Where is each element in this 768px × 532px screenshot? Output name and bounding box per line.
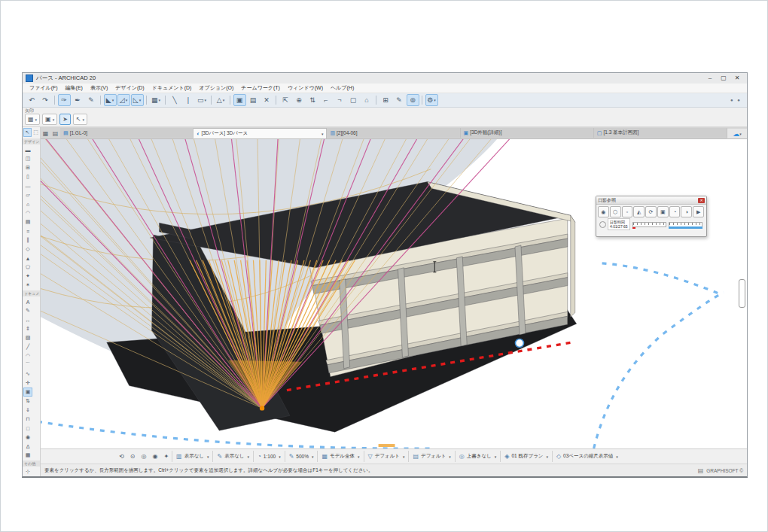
roof[interactable]: ⌂ bbox=[23, 199, 32, 208]
zoom-level[interactable]: ✎500%▾ bbox=[285, 451, 318, 462]
slab-tool[interactable]: ◿▾ bbox=[117, 94, 130, 106]
annotate[interactable]: ✎ bbox=[393, 94, 406, 106]
teamwork-cloud-button[interactable]: ☁ ▾ bbox=[727, 129, 747, 138]
selection-handle[interactable] bbox=[515, 339, 523, 348]
pen-display[interactable]: ✎表示なし▾ bbox=[212, 451, 253, 462]
shell[interactable]: ◠ bbox=[23, 208, 32, 217]
marquee-tool[interactable]: ⬚ bbox=[32, 128, 40, 137]
arc[interactable]: ◠ bbox=[23, 351, 32, 360]
date-slider[interactable] bbox=[632, 220, 666, 229]
selection-mode[interactable]: ➤ bbox=[59, 114, 71, 125]
model-view-options[interactable]: ▤デフォルト▾ bbox=[408, 451, 454, 462]
railing[interactable]: ∥ bbox=[23, 236, 32, 245]
detail[interactable]: ◉ bbox=[23, 433, 32, 442]
text[interactable]: A bbox=[23, 297, 32, 306]
sun-point[interactable] bbox=[260, 406, 264, 410]
tab-floor-plan[interactable]: ▤[1.GL-0] bbox=[60, 128, 194, 138]
walk[interactable]: ◭ bbox=[633, 206, 645, 217]
tab-site-plan[interactable]: ▢[1.3 基本計画図] bbox=[594, 128, 727, 138]
delete[interactable]: ✕ bbox=[261, 94, 273, 106]
tab-3d-06[interactable]: ▥[2][04-06] bbox=[327, 128, 460, 138]
change[interactable]: Δ bbox=[23, 442, 32, 451]
zoom-small[interactable]: ▫ bbox=[622, 206, 633, 217]
arrow-options[interactable]: ↖▾ bbox=[73, 114, 87, 125]
fill[interactable]: ▨ bbox=[23, 333, 32, 342]
home-view[interactable]: ⌂ bbox=[361, 94, 373, 106]
menu-item-3[interactable]: デザイン(D) bbox=[111, 84, 148, 92]
menu-item-7[interactable]: ウィンドウ(W) bbox=[284, 84, 327, 92]
worksheet[interactable]: □ bbox=[23, 424, 32, 433]
sun-position[interactable]: ◔ bbox=[669, 206, 681, 217]
magic-wand[interactable]: ⊞ bbox=[379, 94, 392, 106]
zoom[interactable]: ⊕ bbox=[293, 94, 306, 106]
zoom-in[interactable]: ⊙ bbox=[127, 451, 139, 462]
arrow-tool[interactable]: ↖ bbox=[23, 128, 32, 137]
play[interactable]: ▶ bbox=[693, 206, 704, 217]
walk-mode[interactable]: ✦ bbox=[160, 451, 172, 462]
graphic-override[interactable]: ◎上書きなし▾ bbox=[455, 451, 500, 462]
orbit[interactable]: ⇅ bbox=[306, 94, 319, 106]
structure-display[interactable]: ▦モデル全体▾ bbox=[317, 451, 363, 462]
zone[interactable]: ⬠ bbox=[23, 263, 32, 272]
menu-item-2[interactable]: 表示(V) bbox=[87, 84, 111, 92]
redo[interactable]: ↷ bbox=[39, 94, 52, 106]
pop-up-navigator[interactable]: ▦ bbox=[41, 129, 50, 138]
scroll-indicator[interactable] bbox=[379, 444, 395, 447]
corner-1[interactable]: ⌐ bbox=[320, 94, 333, 106]
curtain-wall[interactable]: ▤ bbox=[23, 217, 32, 226]
scale[interactable]: ◔1:100▾ bbox=[253, 451, 285, 462]
palette-title-bar[interactable]: 日影参照 ✕ bbox=[596, 196, 706, 205]
layers[interactable]: ▣ bbox=[233, 94, 246, 106]
morph[interactable]: ◇ bbox=[23, 245, 32, 254]
menu-item-4[interactable]: ドキュメント(D) bbox=[148, 84, 196, 92]
elevation[interactable]: ⇓ bbox=[23, 406, 32, 415]
default-settings[interactable]: ▦▾ bbox=[25, 114, 40, 125]
parameter-inject[interactable]: ✒ bbox=[72, 94, 84, 106]
menu-item-6[interactable]: チームワーク(T) bbox=[237, 84, 284, 92]
shadow[interactable]: ◑ bbox=[681, 206, 692, 217]
mesh[interactable]: ▲ bbox=[23, 254, 32, 263]
close-button[interactable]: ✕ bbox=[730, 73, 744, 84]
menu-item-8[interactable]: ヘルプ(H) bbox=[327, 84, 358, 92]
stair[interactable]: ≡ bbox=[23, 226, 32, 236]
parameter-pickup[interactable]: ✑ bbox=[58, 94, 71, 106]
settings-gear[interactable]: ⚙▾ bbox=[425, 94, 438, 106]
section[interactable]: ⇅ bbox=[23, 397, 32, 406]
palette-close-button[interactable]: ✕ bbox=[698, 198, 705, 203]
spline[interactable]: ∿ bbox=[23, 369, 32, 378]
menu-item-0[interactable]: ファイル(F) bbox=[26, 84, 62, 92]
camera[interactable]: ▣ bbox=[23, 388, 32, 397]
fit-view[interactable]: ◉ bbox=[598, 206, 609, 217]
roof-tool[interactable]: ◺▾ bbox=[131, 94, 144, 106]
menu-item-1[interactable]: 編集(E) bbox=[62, 84, 87, 92]
lamp[interactable]: ✶ bbox=[23, 281, 32, 290]
undo[interactable]: ↶ bbox=[26, 94, 38, 106]
door[interactable]: ◫ bbox=[23, 154, 32, 163]
maximize-button[interactable]: ▢ bbox=[717, 73, 730, 84]
line[interactable]: ╱ bbox=[23, 342, 32, 351]
renovation-filter[interactable]: ◈01 既存プラン▾ bbox=[500, 451, 552, 462]
marquee[interactable]: ▭▾ bbox=[196, 94, 209, 106]
tab-overview[interactable]: ▤ bbox=[50, 129, 60, 138]
corner-2[interactable]: ¬ bbox=[334, 94, 346, 106]
wall-tool[interactable]: ◣▾ bbox=[104, 94, 117, 106]
pen[interactable]: ✎ bbox=[85, 94, 98, 106]
magnifier[interactable]: ◎ bbox=[138, 451, 149, 462]
wall[interactable]: ▬ bbox=[23, 145, 32, 154]
preview-eye[interactable]: ◉ bbox=[149, 451, 160, 462]
slab[interactable]: ▱ bbox=[23, 190, 32, 199]
interior-elevation[interactable]: ⊓ bbox=[23, 415, 32, 424]
shadow-study-palette[interactable]: 日影参照 ✕ ◉⬡▫◭⟳▣◔◑▶ 日影時間 4:01/27:65 bbox=[596, 196, 707, 237]
level-dimension[interactable]: ⇕ bbox=[23, 324, 32, 333]
favorites[interactable]: ▣▾ bbox=[42, 114, 57, 125]
turn[interactable]: ⟳ bbox=[645, 206, 657, 217]
grid-element[interactable]: ⊹ bbox=[23, 467, 32, 476]
viewport-3d[interactable]: 日影参照 ✕ ◉⬡▫◭⟳▣◔◑▶ 日影時間 4:01/27:65 bbox=[41, 139, 747, 448]
orbit[interactable]: ⬡ bbox=[610, 206, 621, 217]
dimension[interactable]: ↔ bbox=[23, 315, 32, 324]
hotspot[interactable]: ✛ bbox=[23, 378, 32, 388]
window[interactable]: ⊞ bbox=[23, 163, 32, 172]
report-icon[interactable]: ▤ bbox=[698, 467, 704, 474]
pen-set[interactable]: ▽デフォルト▾ bbox=[364, 451, 409, 462]
time-slider[interactable] bbox=[669, 220, 702, 229]
